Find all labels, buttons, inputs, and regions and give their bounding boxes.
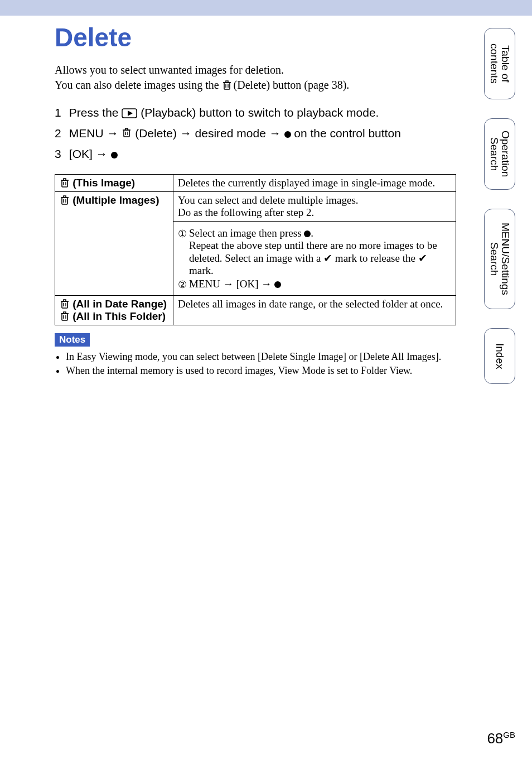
center-button-icon xyxy=(274,281,281,288)
step2-post: on the control button xyxy=(294,127,400,140)
center-button-icon xyxy=(284,131,291,138)
sub2-a: MENU xyxy=(189,278,223,290)
side-tabs: Table of contents Operation Search MENU/… xyxy=(484,28,515,384)
tab-index[interactable]: Index xyxy=(484,328,515,384)
mode-label-a: (All in Date Range) xyxy=(72,298,167,310)
arrow-icon: → xyxy=(223,278,234,290)
trash-date-icon xyxy=(60,298,70,309)
step-number: 2 xyxy=(55,123,66,144)
intro-line2-post: (Delete) button (page 38). xyxy=(234,79,350,91)
mode-label: (This Image) xyxy=(72,177,135,189)
tab-operation-search[interactable]: Operation Search xyxy=(484,118,515,190)
step3-pre: [OK] xyxy=(69,147,96,160)
check-icon: ✔ xyxy=(323,252,332,264)
notes-badge: Notes xyxy=(55,333,90,347)
circled-1-icon: ① xyxy=(178,227,187,241)
mode-label-cell: (All in Date Range) (All in This Folder) xyxy=(55,296,173,325)
page-number-suffix: GB xyxy=(503,730,515,739)
mode-label-b: (All in This Folder) xyxy=(72,310,166,322)
steps-list: 1 Press the (Playback) button to switch … xyxy=(55,103,499,164)
arrow-icon: → xyxy=(96,147,108,160)
sub1-e: mark. xyxy=(189,265,214,276)
page-number-value: 68 xyxy=(487,730,503,747)
table-row: (This Image) Deletes the currently displ… xyxy=(55,175,456,192)
row2-desc2: Do as the following after step 2. xyxy=(178,206,314,218)
step-2: 2 MENU → (Delete) → desired mode → on th… xyxy=(55,123,499,144)
step2-pre: MENU xyxy=(69,127,107,140)
arrow-icon: → xyxy=(180,127,192,140)
tab-label: Table of contents xyxy=(489,44,511,84)
sub2-b: [OK] xyxy=(236,278,261,290)
step2-mid2: desired mode xyxy=(195,127,269,140)
tab-label: MENU/Settings Search xyxy=(489,223,511,295)
sub1-d: mark to release the xyxy=(335,252,418,264)
substep-1: Select an image then press . Repeat the … xyxy=(189,227,451,277)
sub1-b: . xyxy=(311,227,313,239)
mode-desc-cell: Deletes all images in date range, or the… xyxy=(173,296,456,325)
note-item: In Easy Viewing mode, you can select bet… xyxy=(66,350,490,363)
sub1-a: Select an image then press xyxy=(189,227,304,239)
mode-label-cell: (This Image) xyxy=(55,175,173,192)
page-number: 68GB xyxy=(487,730,515,747)
arrow-icon: → xyxy=(269,127,281,140)
mode-substeps-cell: ① Select an image then press . Repeat th… xyxy=(173,222,456,296)
step-number: 3 xyxy=(55,144,66,165)
trash-multi-icon xyxy=(60,194,70,205)
trash-icon xyxy=(122,127,132,139)
mode-label-cell: (Multiple Images) xyxy=(55,192,173,296)
center-button-icon xyxy=(304,230,311,237)
intro-line1: Allows you to select unwanted images for… xyxy=(55,64,284,76)
modes-table: (This Image) Deletes the currently displ… xyxy=(55,174,456,325)
circled-2-icon: ② xyxy=(178,278,187,292)
trash-icon xyxy=(222,79,231,90)
step-1: 1 Press the (Playback) button to switch … xyxy=(55,103,499,123)
playback-icon xyxy=(122,108,137,118)
arrow-icon: → xyxy=(107,127,119,140)
mode-desc: Deletes the currently displayed image in… xyxy=(178,177,435,189)
intro-line2-pre: You can also delete images using the xyxy=(55,79,222,91)
notes-list: In Easy Viewing mode, you can select bet… xyxy=(55,350,490,377)
check-icon: ✔ xyxy=(418,252,427,264)
page-title: Delete xyxy=(55,22,499,52)
mode-desc: Deletes all images in date range, or the… xyxy=(178,298,443,310)
tab-table-of-contents[interactable]: Table of contents xyxy=(484,28,515,99)
page-content: Delete Allows you to select unwanted ima… xyxy=(0,0,532,764)
tab-menu-settings-search[interactable]: MENU/Settings Search xyxy=(484,209,515,309)
tab-label: Index xyxy=(494,343,505,369)
step2-mid1: (Delete) xyxy=(135,127,180,140)
step-3: 3 [OK] → xyxy=(55,144,499,165)
step-number: 1 xyxy=(55,103,66,123)
trash-this-icon xyxy=(60,177,70,188)
step1-post: (Playback) button to switch to playback … xyxy=(141,106,379,119)
table-row: (All in Date Range) (All in This Folder)… xyxy=(55,296,456,325)
arrow-icon: → xyxy=(261,278,272,290)
trash-folder-icon xyxy=(60,310,70,321)
substep-2: MENU → [OK] → xyxy=(189,278,281,290)
row2-desc1: You can select and delete multiple image… xyxy=(178,194,359,206)
mode-desc-cell: Deletes the currently displayed image in… xyxy=(173,175,456,192)
mode-label: (Multiple Images) xyxy=(72,194,159,206)
table-row: (Multiple Images) You can select and del… xyxy=(55,192,456,222)
note-item: When the internal memory is used to reco… xyxy=(66,364,490,377)
center-button-icon xyxy=(111,152,118,158)
mode-desc-cell: You can select and delete multiple image… xyxy=(173,192,456,222)
tab-label: Operation Search xyxy=(489,131,511,177)
step1-pre: Press the xyxy=(69,106,122,119)
svg-marker-2 xyxy=(128,110,133,116)
intro-text: Allows you to select unwanted images for… xyxy=(55,63,456,93)
